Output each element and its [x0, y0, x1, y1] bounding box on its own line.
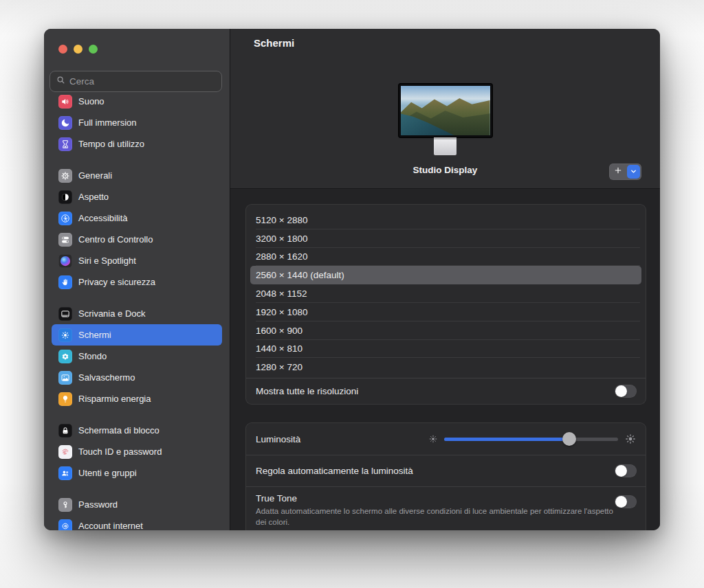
- sidebar-item-accessibilit-[interactable]: Accessibilità: [52, 207, 222, 229]
- display-thumbnail[interactable]: [399, 84, 492, 137]
- sidebar-item-label: Password: [78, 499, 118, 510]
- true-tone-label: True Tone: [256, 493, 615, 504]
- resolution-option[interactable]: 3200 × 1800: [250, 229, 641, 248]
- wallpaper-icon: [58, 350, 72, 363]
- sidebar-item-label: Sfondo: [78, 351, 107, 361]
- moon-icon: [58, 116, 72, 130]
- desktop-background: Cerca SuonoFull immersionTempo di utiliz…: [0, 0, 704, 588]
- true-tone-toggle[interactable]: [615, 495, 637, 508]
- zoom-button[interactable]: [89, 45, 98, 54]
- users-icon: [58, 466, 72, 480]
- resolution-option[interactable]: 2880 × 1620: [250, 248, 641, 267]
- sidebar-item-label: Privacy e sicurezza: [78, 277, 155, 287]
- close-button[interactable]: [58, 45, 67, 54]
- window-controls: [44, 29, 230, 54]
- add-display-control: [609, 163, 641, 180]
- sidebar-item-label: Tempo di utilizzo: [78, 139, 144, 149]
- sidebar-item-privacy-e-sicurezza[interactable]: Privacy e sicurezza: [52, 271, 222, 293]
- sidebar-item-label: Full immersion: [78, 117, 137, 128]
- resolution-option[interactable]: 1440 × 810: [250, 340, 641, 359]
- auto-brightness-toggle[interactable]: [615, 464, 637, 477]
- sidebar-item-schermi[interactable]: Schermi: [52, 324, 222, 346]
- show-all-resolutions-toggle[interactable]: [615, 385, 637, 398]
- resolution-option[interactable]: 1920 × 1080: [250, 303, 641, 321]
- bulb-icon: [58, 392, 72, 406]
- brightness-slider[interactable]: [444, 432, 618, 446]
- sidebar-group: Schermata di bloccoTouch ID e passwordUt…: [52, 420, 222, 484]
- sidebar-item-label: Scrivania e Dock: [78, 308, 146, 319]
- sidebar-item-tempo-di-utilizzo[interactable]: Tempo di utilizzo: [52, 133, 222, 155]
- sidebar-item-label: Suono: [78, 96, 104, 106]
- sidebar-item-label: Touch ID e password: [78, 446, 162, 457]
- sidebar-item-suono[interactable]: Suono: [52, 93, 222, 112]
- resolution-option[interactable]: 2560 × 1440 (default): [250, 266, 641, 284]
- auto-brightness-row: Regola automaticamente la luminosità: [246, 455, 646, 487]
- speaker-icon: [58, 95, 72, 109]
- search-icon: [56, 75, 66, 88]
- display-name: Studio Display: [413, 165, 478, 175]
- sidebar-item-label: Account internet: [78, 521, 143, 530]
- resolution-option[interactable]: 1280 × 720: [250, 358, 641, 376]
- add-display-button[interactable]: [609, 163, 627, 180]
- screensaver-icon: [58, 371, 72, 385]
- sidebar-item-sfondo[interactable]: Sfondo: [52, 346, 222, 367]
- resolution-option[interactable]: 2048 × 1152: [250, 284, 641, 303]
- sidebar-item-touch-id-e-password[interactable]: Touch ID e password: [52, 441, 222, 462]
- accessibility-icon: [58, 212, 72, 225]
- brightness-card: Luminosità Regola automaticam: [245, 422, 646, 530]
- sidebar-item-label: Siri e Spotlight: [78, 256, 136, 266]
- display-preview[interactable]: Studio Display: [399, 84, 492, 175]
- sidebar-group: GeneraliAspettoAccessibilitàCentro di Co…: [52, 165, 222, 293]
- sidebar-item-utenti-e-gruppi[interactable]: Utenti e gruppi: [52, 462, 222, 484]
- resolution-list: 5120 × 28803200 × 18002880 × 16202560 × …: [246, 205, 646, 378]
- resolution-option[interactable]: 1600 × 900: [250, 321, 641, 340]
- sidebar-group: PasswordAccount internet: [52, 494, 222, 530]
- key-icon: [58, 498, 72, 512]
- sidebar-item-label: Schermata di blocco: [78, 425, 160, 436]
- sidebar-item-label: Aspetto: [78, 192, 109, 202]
- settings-content: 5120 × 28803200 × 18002880 × 16202560 × …: [230, 188, 660, 530]
- sidebar-item-full-immersion[interactable]: Full immersion: [52, 112, 222, 133]
- sidebar-item-schermata-di-blocco[interactable]: Schermata di blocco: [52, 420, 222, 441]
- brightness-slider-knob[interactable]: [562, 432, 576, 446]
- sidebar-item-salvaschermo[interactable]: Salvaschermo: [52, 367, 222, 388]
- sidebar-item-password[interactable]: Password: [52, 494, 222, 515]
- resolution-card: 5120 × 28803200 × 18002880 × 16202560 × …: [245, 204, 646, 405]
- true-tone-row: True Tone Adatta automaticamente lo sche…: [246, 487, 646, 530]
- control-center-icon: [58, 233, 72, 247]
- search-placeholder: Cerca: [69, 76, 94, 87]
- sidebar-item-label: Salvaschermo: [78, 372, 135, 383]
- resolution-option[interactable]: 5120 × 2880: [250, 211, 641, 229]
- sidebar-item-label: Centro di Controllo: [78, 234, 153, 245]
- contrast-icon: [58, 190, 72, 204]
- brightness-low-icon: [428, 434, 438, 444]
- system-settings-window: Cerca SuonoFull immersionTempo di utiliz…: [44, 29, 660, 530]
- sidebar-item-generali[interactable]: Generali: [52, 165, 222, 186]
- sidebar-item-siri-e-spotlight[interactable]: Siri e Spotlight: [52, 250, 222, 271]
- sidebar-item-scrivania-e-dock[interactable]: Scrivania e Dock: [52, 303, 222, 324]
- sidebar-item-centro-di-controllo[interactable]: Centro di Controllo: [52, 229, 222, 250]
- sidebar-item-account-internet[interactable]: Account internet: [52, 515, 222, 530]
- add-display-menu-button[interactable]: [627, 165, 640, 179]
- sidebar-item-risparmio-energia[interactable]: Risparmio energia: [52, 388, 222, 409]
- sidebar-nav: SuonoFull immersionTempo di utilizzoGene…: [44, 93, 230, 530]
- brightness-label: Luminosità: [256, 434, 300, 444]
- display-stand: [434, 137, 456, 155]
- main-panel: Schermi Studio Display: [230, 29, 660, 530]
- sidebar-group: SuonoFull immersionTempo di utilizzo: [52, 93, 222, 155]
- gear-icon: [58, 169, 72, 183]
- minimize-button[interactable]: [74, 45, 82, 54]
- show-all-resolutions-label: Mostra tutte le risoluzioni: [256, 386, 358, 396]
- wallpaper-thumbnail: [401, 86, 490, 135]
- sidebar-group: Scrivania e DockSchermiSfondoSalvascherm…: [52, 303, 222, 409]
- page-title: Schermi: [254, 37, 294, 49]
- at-icon: [58, 519, 72, 531]
- show-all-resolutions-row: Mostra tutte le risoluzioni: [246, 378, 646, 404]
- sidebar-item-label: Risparmio energia: [78, 394, 151, 404]
- sidebar-item-label: Accessibilità: [78, 213, 128, 223]
- search-input[interactable]: Cerca: [50, 71, 222, 92]
- dock-icon: [58, 307, 72, 321]
- sidebar-item-aspetto[interactable]: Aspetto: [52, 186, 222, 207]
- display-header-section: Schermi Studio Display: [230, 29, 660, 188]
- sidebar-item-label: Utenti e gruppi: [78, 468, 137, 478]
